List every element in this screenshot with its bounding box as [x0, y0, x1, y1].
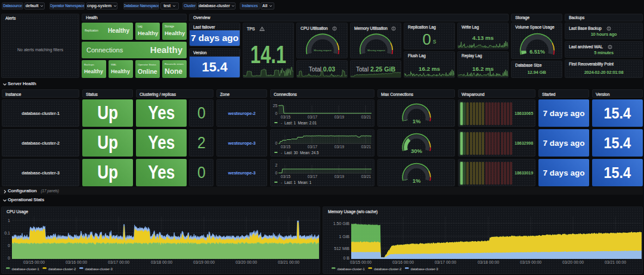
svg-text:03/19 00:00: 03/19 00:00: [520, 260, 541, 264]
svg-text:0: 0: [8, 243, 10, 248]
svg-text:30%: 30%: [411, 148, 423, 154]
svg-text:03/15: 03/15: [281, 115, 291, 119]
svg-text:6.51%: 6.51%: [530, 49, 545, 55]
svg-text:0.1: 0.1: [4, 231, 10, 235]
svg-text:database‑cluster‑3: database‑cluster‑3: [411, 267, 439, 271]
svg-text:03/21: 03/21: [361, 115, 371, 119]
svg-text:03/19 00:00: 03/19 00:00: [193, 260, 215, 264]
svg-text:1 GiB: 1 GiB: [339, 235, 349, 239]
svg-text:03/15 00:00: 03/15 00:00: [23, 260, 45, 264]
svg-text:-: -: [281, 121, 282, 125]
svg-text:-: -: [281, 151, 282, 155]
svg-text:03/21: 03/21: [361, 145, 371, 149]
svg-text:database‑cluster‑1: database‑cluster‑1: [12, 267, 39, 271]
svg-text:03/20 00:00: 03/20 00:00: [236, 260, 257, 264]
svg-text:03/17: 03/17: [308, 115, 318, 119]
svg-text:2: 2: [275, 163, 277, 167]
svg-text:0: 0: [275, 171, 277, 175]
svg-text:03/15: 03/15: [281, 174, 291, 179]
svg-text:03/18 00:00: 03/18 00:00: [151, 260, 172, 264]
svg-text:0: 0: [275, 141, 277, 145]
svg-text:03/20 00:00: 03/20 00:00: [562, 260, 584, 264]
svg-text:03/17 00:00: 03/17 00:00: [435, 260, 456, 264]
svg-text:1%: 1%: [413, 118, 421, 124]
svg-text:03/21 00:00: 03/21 00:00: [605, 260, 626, 264]
svg-text:512 MiB: 512 MiB: [334, 246, 349, 251]
svg-text:1%: 1%: [413, 177, 421, 184]
svg-text:database‑cluster‑3: database‑cluster‑3: [85, 267, 113, 271]
svg-text:database‑cluster‑2: database‑cluster‑2: [48, 267, 76, 271]
svg-text:03/15 00:00: 03/15 00:00: [350, 260, 371, 264]
svg-text:0: 0: [8, 256, 10, 260]
svg-text:Missing request: Missing request: [314, 49, 332, 52]
svg-text:Missing request: Missing request: [367, 49, 385, 52]
svg-text:0 B: 0 B: [343, 256, 349, 260]
svg-text:database‑cluster‑2: database‑cluster‑2: [374, 267, 401, 271]
svg-text:-: -: [281, 180, 282, 185]
svg-text:Last: 1 Mean: 1: Last: 1 Mean: 1: [284, 180, 312, 185]
svg-text:03/18 00:00: 03/18 00:00: [478, 260, 499, 264]
svg-text:03/19: 03/19: [335, 115, 345, 119]
svg-text:0: 0: [275, 111, 277, 115]
svg-text:03/15: 03/15: [281, 145, 291, 149]
svg-text:03/21 00:00: 03/21 00:00: [278, 260, 299, 264]
svg-text:1.50 GiB: 1.50 GiB: [333, 221, 350, 226]
svg-text:Last: 30 Mean: 24.5: Last: 30 Mean: 24.5: [284, 151, 319, 155]
svg-text:03/19: 03/19: [335, 174, 345, 179]
svg-text:03/17: 03/17: [308, 145, 318, 149]
svg-text:03/16 00:00: 03/16 00:00: [392, 260, 414, 264]
svg-text:03/17: 03/17: [308, 174, 318, 179]
svg-text:Last: 1 Mean: 2.01: Last: 1 Mean: 2.01: [284, 121, 317, 125]
svg-text:03/21: 03/21: [361, 174, 371, 179]
svg-text:database‑cluster‑1: database‑cluster‑1: [338, 267, 365, 271]
svg-text:03/16 00:00: 03/16 00:00: [66, 260, 87, 264]
svg-text:1: 1: [8, 218, 10, 223]
svg-text:03/19: 03/19: [335, 145, 345, 149]
svg-text:25: 25: [273, 104, 278, 108]
svg-text:03/17 00:00: 03/17 00:00: [108, 260, 129, 264]
